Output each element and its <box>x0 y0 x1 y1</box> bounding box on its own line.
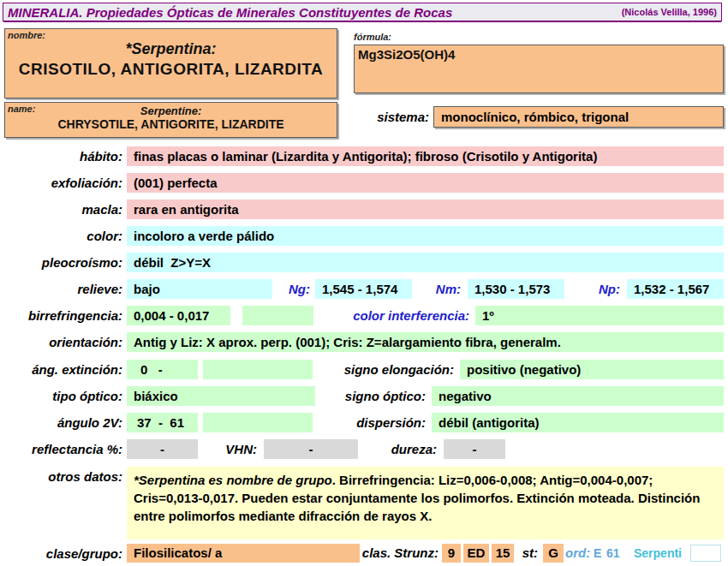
app-title: MINERALIA. Propiedades Ópticas de Minera… <box>8 5 452 20</box>
dispersion-label: dispersión: <box>325 413 426 432</box>
clase-grupo-label: clase/grupo: <box>0 544 122 563</box>
angulo-2v-label: ángulo 2V: <box>0 413 122 432</box>
nombre-field[interactable]: nombre: *Serpentina: CRISOTILO, ANTIGORI… <box>4 28 337 98</box>
vhn-label: VHN: <box>214 439 257 459</box>
name-minerals: CHRYSOTILE, ANTIGORITE, LIZARDITE <box>5 117 337 131</box>
angulo-2v-field[interactable]: 37 - 61 <box>127 413 198 432</box>
np-field[interactable]: 1,532 - 1,567 <box>627 279 724 299</box>
app-header: MINERALIA. Propiedades Ópticas de Minera… <box>3 3 722 21</box>
sistema-label: sistema: <box>360 107 429 127</box>
signo-optico-field[interactable]: negativo <box>432 386 724 406</box>
ord-label: ord: <box>565 544 589 563</box>
otros-datos-intro: *Serpentina es nombre de grupo <box>134 473 332 487</box>
birrefringencia-field[interactable]: 0,004 - 0,017 <box>127 306 230 325</box>
pleocroismo-label: pleocroísmo: <box>0 253 122 272</box>
serpenti-text: Serpenti <box>634 544 682 563</box>
signo-optico-label: signo óptico: <box>325 386 426 406</box>
orientacion-field[interactable]: Antig y Liz: X aprox. perp. (001); Cris:… <box>127 332 724 352</box>
otros-datos-field[interactable]: *Serpentina es nombre de grupo. Birrefri… <box>127 467 724 539</box>
macla-label: macla: <box>0 200 122 219</box>
nombre-group-name: *Serpentina: <box>5 40 337 58</box>
habito-field[interactable]: finas placas o laminar (Lizardita y Anti… <box>127 146 724 166</box>
habito-label: hábito: <box>0 146 122 166</box>
name-field[interactable]: name: Serpentine: CHRYSOTILE, ANTIGORITE… <box>4 102 337 138</box>
sistema-field[interactable]: monoclínico, rómbico, trigonal <box>433 106 724 128</box>
vhn-field[interactable]: - <box>264 439 358 459</box>
tipo-optico-label: tipo óptico: <box>0 386 122 406</box>
otros-datos-label: otros datos: <box>0 467 122 486</box>
macla-field[interactable]: rara en antigorita <box>127 200 724 219</box>
formula-value: Mg3Si2O5(OH)4 <box>355 45 723 62</box>
nm-label: Nm: <box>420 279 461 299</box>
signo-elongacion-label: signo elongación: <box>325 360 454 379</box>
color-interferencia-label: color interferencia: <box>325 306 469 325</box>
clas-strunz-label: clas. Strunz: <box>360 544 439 563</box>
ang-extincion-label: áng. extinción: <box>0 360 122 379</box>
st-field[interactable]: G <box>543 544 564 563</box>
clas-strunz-field-3[interactable]: 15 <box>492 544 514 563</box>
name-label: name: <box>5 103 35 114</box>
formula-field[interactable]: Mg3Si2O5(OH)4 <box>354 45 724 93</box>
exfoliacion-field[interactable]: (001) perfecta <box>127 173 724 193</box>
angulo-2v-field-2[interactable] <box>203 413 313 432</box>
nombre-minerals: CRISOTILO, ANTIGORITA, LIZARDITA <box>5 60 337 79</box>
nombre-label: nombre: <box>5 29 337 40</box>
clas-strunz-field-2[interactable]: ED <box>463 544 489 563</box>
orientacion-label: orientación: <box>0 332 122 352</box>
pleocroismo-field[interactable]: débil Z>Y=X <box>127 253 724 272</box>
relieve-label: relieve: <box>0 279 122 299</box>
dureza-label: dureza: <box>381 439 437 459</box>
np-label: Np: <box>576 279 620 299</box>
formula-label: fórmula: <box>354 32 391 42</box>
ang-extincion-field-2[interactable] <box>203 360 313 379</box>
ord-value-1: E <box>594 544 601 563</box>
clase-grupo-field[interactable]: Filosilicatos/ a <box>127 544 360 563</box>
ng-field[interactable]: 1,545 - 1,574 <box>315 279 412 299</box>
dispersion-field[interactable]: débil (antigorita) <box>432 413 724 432</box>
color-label: color: <box>0 226 122 246</box>
relieve-field[interactable]: bajo <box>127 279 272 299</box>
name-group-name: Serpentine: <box>5 104 337 117</box>
exfoliacion-label: exfoliación: <box>0 173 122 193</box>
signo-elongacion-field[interactable]: positivo (negativo) <box>460 360 724 379</box>
birrefringencia-label: birrefringencia: <box>0 306 122 325</box>
color-interferencia-field[interactable]: 1º <box>475 306 724 325</box>
nm-field[interactable]: 1,530 - 1,573 <box>468 279 564 299</box>
st-label: st: <box>514 544 538 563</box>
ng-label: Ng: <box>274 279 310 299</box>
birrefringencia-field-2[interactable] <box>242 306 313 325</box>
ord-value-2: 61 <box>606 544 620 563</box>
reflectancia-field[interactable]: - <box>127 439 198 459</box>
dureza-field[interactable]: - <box>444 439 505 459</box>
app-credit: (Nicolás Velilla, 1996) <box>622 7 717 17</box>
color-field[interactable]: incoloro a verde pálido <box>127 226 724 246</box>
clas-strunz-field-1[interactable]: 9 <box>442 544 461 563</box>
tipo-optico-field[interactable]: biáxico <box>127 386 315 406</box>
ang-extincion-field[interactable]: 0 - <box>127 360 198 379</box>
reflectancia-label: reflectancia %: <box>0 439 122 459</box>
empty-field[interactable] <box>690 545 721 562</box>
